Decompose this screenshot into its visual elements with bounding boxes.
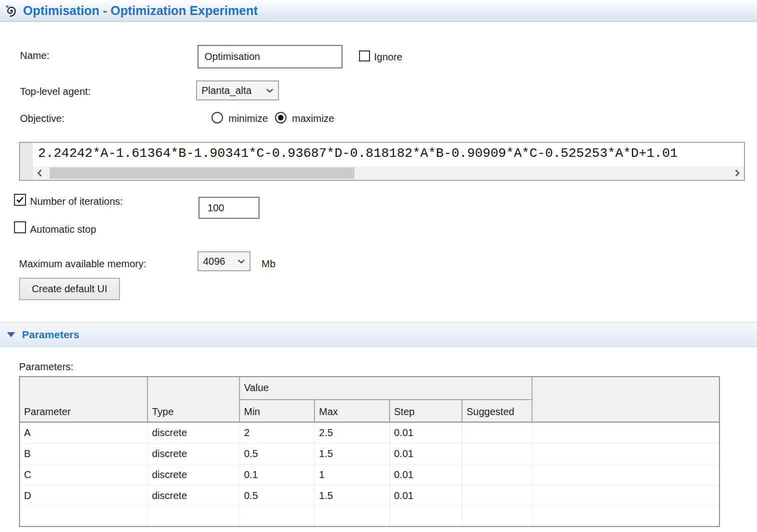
table-cell-empty[interactable] <box>532 507 719 526</box>
table-cell-step[interactable]: 0.01 <box>390 444 462 465</box>
name-label: Name: <box>20 50 50 61</box>
table-cell-type[interactable]: discrete <box>148 444 240 465</box>
top-level-agent-label: Top-level agent: <box>20 86 90 97</box>
max-memory-value: 4096 <box>203 256 226 267</box>
chevron-down-icon <box>266 88 274 93</box>
create-default-ui-button[interactable]: Create default UI <box>19 278 120 300</box>
table-cell-suggested[interactable] <box>462 423 532 444</box>
table-cell-empty[interactable] <box>148 507 240 526</box>
parameters-table-label: Parameters: <box>19 361 74 373</box>
column-header-type: Type <box>148 377 240 423</box>
column-header-step: Step <box>390 400 462 423</box>
top-level-agent-dropdown[interactable]: Planta_alta <box>196 80 279 100</box>
table-cell-suggested[interactable] <box>462 486 532 507</box>
max-memory-unit-label: Mb <box>262 258 276 270</box>
automatic-stop-checkbox[interactable] <box>14 221 26 233</box>
table-cell-empty[interactable] <box>240 507 315 526</box>
table-cell-max[interactable]: 1.5 <box>315 444 390 465</box>
number-of-iterations-checkbox[interactable] <box>14 194 26 206</box>
table-cell-step[interactable]: 0.01 <box>390 423 462 444</box>
parameters-section-header[interactable]: Parameters <box>0 322 757 347</box>
table-cell-max[interactable]: 1.5 <box>315 486 390 507</box>
table-cell-empty[interactable] <box>315 507 390 526</box>
page-title: Optimisation - Optimization Experiment <box>23 3 258 18</box>
table-cell-min[interactable]: 2 <box>240 423 315 444</box>
column-header-max: Max <box>315 400 390 423</box>
table-cell-max[interactable]: 2.5 <box>315 423 390 444</box>
column-header-suggested: Suggested <box>462 400 532 423</box>
max-memory-dropdown[interactable]: 4096 <box>198 251 250 271</box>
column-header-value-group: Value <box>240 377 532 400</box>
objective-expression-editor[interactable]: 2.24242*A-1.61364*B-1.90341*C-0.93687*D-… <box>19 142 745 181</box>
number-of-iterations-input[interactable] <box>198 197 260 219</box>
table-cell-type[interactable]: discrete <box>148 486 240 507</box>
scroll-left-icon[interactable] <box>32 166 46 180</box>
expression-horizontal-scrollbar[interactable] <box>32 166 744 180</box>
top-level-agent-value: Planta_alta <box>202 85 252 96</box>
checkmark-icon <box>16 196 24 203</box>
table-cell-empty[interactable] <box>532 486 719 507</box>
table-cell-step[interactable]: 0.01 <box>390 486 462 507</box>
objective-minimize-label: minimize <box>228 113 268 124</box>
chevron-down-icon <box>238 259 245 264</box>
parameters-table: Parameter Type Value Min Max Step Sugges… <box>19 376 720 527</box>
table-cell-empty[interactable] <box>462 507 532 526</box>
table-cell-type[interactable]: discrete <box>148 465 240 486</box>
column-header-min: Min <box>240 400 315 423</box>
table-cell-suggested[interactable] <box>462 444 532 465</box>
table-cell-parameter[interactable]: B <box>20 444 148 465</box>
column-header-parameter: Parameter <box>20 377 148 423</box>
table-cell-parameter[interactable]: C <box>20 465 148 486</box>
scrollbar-thumb[interactable] <box>50 167 354 179</box>
table-cell-min[interactable]: 0.1 <box>240 465 315 486</box>
objective-expression-text[interactable]: 2.24242*A-1.61364*B-1.90341*C-0.93687*D-… <box>38 146 743 161</box>
optimization-experiment-icon <box>4 3 19 18</box>
table-cell-parameter[interactable]: D <box>20 486 148 507</box>
name-input[interactable] <box>198 45 342 68</box>
collapse-triangle-icon[interactable] <box>7 332 15 337</box>
table-cell-max[interactable]: 1 <box>315 465 390 486</box>
expression-editor-gutter <box>20 143 32 180</box>
parameters-section-title: Parameters <box>22 329 79 341</box>
table-cell-parameter[interactable]: A <box>20 423 148 444</box>
properties-header: Optimisation - Optimization Experiment <box>0 0 757 22</box>
table-cell-empty[interactable] <box>532 423 719 444</box>
ignore-label: Ignore <box>374 51 402 63</box>
automatic-stop-label: Automatic stop <box>30 224 96 235</box>
create-default-ui-label: Create default UI <box>32 283 107 295</box>
table-cell-empty[interactable] <box>390 507 462 526</box>
table-cell-min[interactable]: 0.5 <box>240 444 315 465</box>
table-cell-empty[interactable] <box>532 465 719 486</box>
max-memory-label: Maximum available memory: <box>19 258 146 270</box>
objective-minimize-radio[interactable] <box>212 112 223 123</box>
ignore-checkbox[interactable] <box>359 50 370 61</box>
table-cell-min[interactable]: 0.5 <box>240 486 315 507</box>
table-cell-step[interactable]: 0.01 <box>390 465 462 486</box>
table-cell-empty[interactable] <box>20 507 148 526</box>
table-cell-type[interactable]: discrete <box>148 423 240 444</box>
table-cell-empty[interactable] <box>532 444 719 465</box>
objective-label: Objective: <box>20 113 64 124</box>
objective-maximize-label: maximize <box>292 113 334 124</box>
scroll-right-icon[interactable] <box>730 166 744 180</box>
table-cell-suggested[interactable] <box>462 465 532 486</box>
number-of-iterations-label: Number of iterations: <box>30 196 123 207</box>
radio-selected-dot <box>278 115 284 120</box>
column-header-empty <box>532 377 719 423</box>
objective-maximize-radio[interactable] <box>275 112 286 123</box>
